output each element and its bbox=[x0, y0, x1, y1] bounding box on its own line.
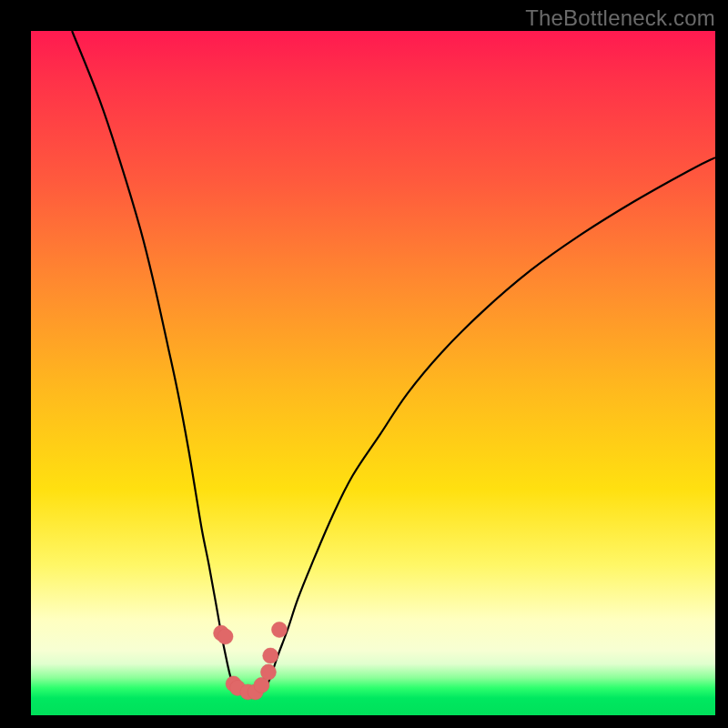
data-marker bbox=[271, 622, 287, 638]
chart-frame: TheBottleneck.com bbox=[0, 0, 728, 728]
data-marker bbox=[263, 648, 278, 663]
data-marker bbox=[217, 629, 233, 644]
chart-svg bbox=[31, 31, 715, 715]
curve-right bbox=[264, 157, 715, 692]
curve-left bbox=[72, 31, 236, 692]
markers-group bbox=[214, 622, 288, 700]
watermark-text: TheBottleneck.com bbox=[525, 5, 715, 31]
data-marker bbox=[260, 664, 276, 680]
plot-area bbox=[31, 31, 715, 715]
